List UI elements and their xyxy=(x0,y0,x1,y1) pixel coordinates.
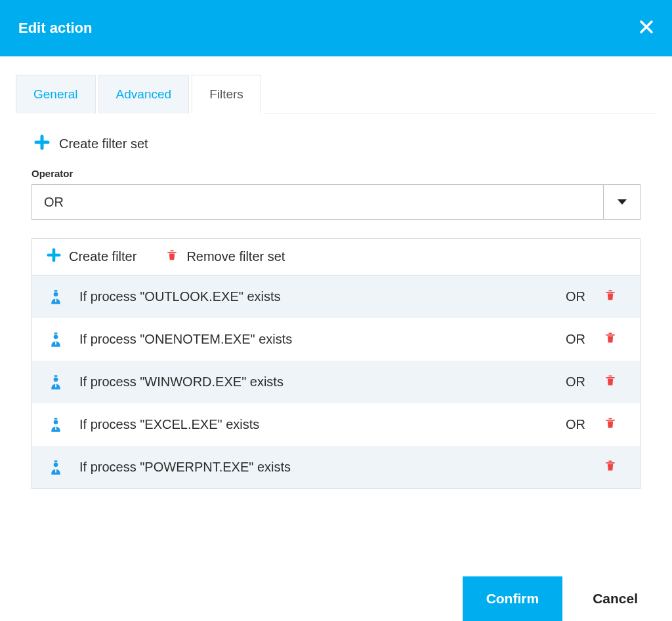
filter-operator: OR xyxy=(556,289,595,304)
tabs: General Advanced Filters xyxy=(0,56,672,113)
filter-text: If process "ONENOTEM.EXE" exists xyxy=(65,332,556,347)
svg-rect-2 xyxy=(55,299,56,302)
filter-set: Create filter Remove filter set If proce… xyxy=(32,238,640,489)
svg-rect-4 xyxy=(54,332,58,334)
process-icon xyxy=(47,375,65,390)
delete-filter-button[interactable] xyxy=(595,289,625,305)
svg-point-15 xyxy=(55,426,56,427)
filter-text: If process "EXCEL.EXE" exists xyxy=(65,417,556,432)
trash-icon xyxy=(604,331,617,348)
plus-icon xyxy=(47,248,61,266)
svg-rect-0 xyxy=(54,290,58,292)
dialog-title: Edit action xyxy=(18,20,92,37)
process-icon xyxy=(47,332,65,347)
process-icon xyxy=(47,418,65,432)
delete-filter-button[interactable] xyxy=(595,374,625,390)
remove-filter-set-button[interactable]: Remove filter set xyxy=(165,249,285,265)
filter-row[interactable]: If process "EXCEL.EXE" existsOR xyxy=(32,403,640,446)
svg-rect-18 xyxy=(55,470,56,472)
filter-operator: OR xyxy=(556,417,595,432)
filter-operator: OR xyxy=(556,374,595,390)
svg-point-11 xyxy=(55,383,56,384)
svg-point-7 xyxy=(55,340,56,342)
trash-icon xyxy=(604,459,617,475)
tabs-divider xyxy=(264,113,656,113)
close-icon[interactable] xyxy=(639,19,654,37)
chevron-down-icon xyxy=(603,185,640,219)
process-icon xyxy=(47,460,65,475)
delete-filter-button[interactable] xyxy=(595,459,625,475)
filter-operator: OR xyxy=(556,332,595,347)
svg-rect-14 xyxy=(55,427,56,430)
svg-point-19 xyxy=(55,468,56,470)
svg-rect-12 xyxy=(54,418,58,420)
delete-filter-button[interactable] xyxy=(595,331,625,348)
create-filter-label: Create filter xyxy=(69,249,136,264)
tab-advanced[interactable]: Advanced xyxy=(98,75,190,113)
svg-point-1 xyxy=(54,292,58,296)
trash-icon xyxy=(165,249,178,265)
create-filter-set-label: Create filter set xyxy=(59,136,148,151)
filter-text: If process "POWERPNT.EXE" exists xyxy=(65,460,556,475)
svg-rect-10 xyxy=(55,384,56,387)
operator-select[interactable]: OR xyxy=(32,184,640,220)
filter-row[interactable]: If process "WINWORD.EXE" existsOR xyxy=(32,361,640,403)
svg-rect-6 xyxy=(55,342,56,344)
svg-point-3 xyxy=(55,298,56,299)
plus-icon xyxy=(34,134,50,153)
create-filter-set-button[interactable]: Create filter set xyxy=(32,129,640,168)
remove-filter-set-label: Remove filter set xyxy=(186,249,285,264)
filter-set-toolbar: Create filter Remove filter set xyxy=(32,239,640,275)
confirm-button[interactable]: Confirm xyxy=(463,576,563,621)
create-filter-button[interactable]: Create filter xyxy=(47,248,136,266)
filter-row[interactable]: If process "ONENOTEM.EXE" existsOR xyxy=(32,318,640,361)
svg-point-13 xyxy=(54,420,58,424)
trash-icon xyxy=(604,416,617,433)
operator-label: Operator xyxy=(32,168,640,179)
svg-rect-16 xyxy=(54,460,58,462)
process-icon xyxy=(47,290,65,304)
filter-text: If process "WINWORD.EXE" exists xyxy=(65,374,556,390)
filter-row[interactable]: If process "POWERPNT.EXE" exists xyxy=(32,446,640,489)
tab-filters[interactable]: Filters xyxy=(192,75,261,113)
dialog-header: Edit action xyxy=(0,0,672,56)
dialog-footer: Confirm Cancel xyxy=(463,576,672,621)
svg-point-9 xyxy=(54,377,58,382)
svg-point-17 xyxy=(54,462,58,467)
svg-rect-8 xyxy=(54,375,58,377)
trash-icon xyxy=(604,374,617,390)
filter-text: If process "OUTLOOK.EXE" exists xyxy=(65,289,556,304)
tab-general[interactable]: General xyxy=(16,75,96,113)
trash-icon xyxy=(604,289,617,305)
cancel-button[interactable]: Cancel xyxy=(589,590,642,607)
operator-value: OR xyxy=(32,185,603,219)
filter-row[interactable]: If process "OUTLOOK.EXE" existsOR xyxy=(32,275,640,318)
delete-filter-button[interactable] xyxy=(595,416,625,433)
svg-point-5 xyxy=(54,334,58,339)
